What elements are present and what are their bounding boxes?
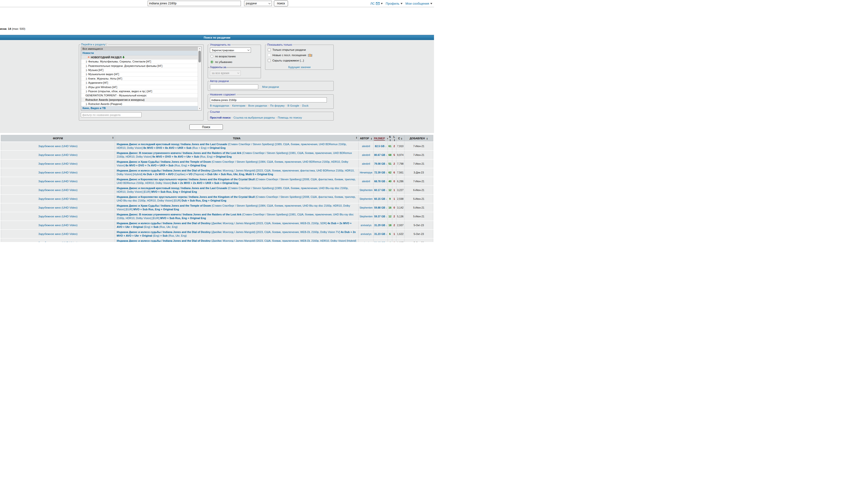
- download-link[interactable]: 68.78 GB ↓: [374, 180, 387, 183]
- search-link[interactable]: Категории: [232, 104, 245, 107]
- topic-link[interactable]: Индиана Джонс и колесо судьбы / Indiana …: [117, 239, 356, 242]
- topic-link[interactable]: Индиана Джонс и колесо судьбы / Indiana …: [117, 169, 354, 175]
- author-link[interactable]: Stephenten: [360, 215, 373, 218]
- order-desc-option[interactable]: по убыванию: [210, 61, 232, 63]
- quick-search-input[interactable]: [148, 1, 241, 6]
- download-link[interactable]: 72.39 GB ↓: [374, 171, 387, 174]
- search-link[interactable]: В Google: [287, 104, 299, 107]
- download-link[interactable]: 31.23 GB ↓: [374, 232, 387, 235]
- search-submit-button[interactable]: Поиск: [189, 124, 223, 130]
- order-asc-option[interactable]: по возрастанию: [210, 55, 236, 58]
- section-option[interactable]: |- Разное (открытки, обои, картинки, вид…: [81, 89, 198, 93]
- download-link[interactable]: 79.08 GB ↓: [374, 162, 387, 165]
- scroll-down-icon[interactable]: ▼: [198, 107, 202, 110]
- scrollbar-thumb[interactable]: [198, 51, 201, 62]
- author-link[interactable]: arxivariys: [361, 224, 371, 227]
- open-torrents-option[interactable]: Только открытые раздачи: [268, 48, 306, 51]
- author-link[interactable]: arxivariys: [361, 241, 371, 242]
- author-link[interactable]: Stephenten: [360, 189, 373, 192]
- search-link[interactable]: В подразделах: [210, 104, 229, 107]
- col-leechers[interactable]: L▲▼: [392, 135, 396, 142]
- doc-icon-wrap[interactable]: []: [308, 54, 312, 57]
- search-link[interactable]: По форуму: [270, 104, 285, 107]
- author-link[interactable]: alexbril: [362, 180, 370, 183]
- download-link[interactable]: 60.17 GB ↓: [374, 189, 387, 192]
- topic-link[interactable]: Индиана Джонс и Королевство хрустального…: [117, 178, 355, 185]
- my-messages-menu[interactable]: Мои сообщения: [405, 1, 432, 5]
- section-option[interactable]: |- Rutracker Awards (Раздачи): [81, 102, 198, 106]
- radio-unchecked-icon[interactable]: [210, 55, 213, 58]
- author-link[interactable]: Stephenten: [360, 206, 373, 209]
- author-input[interactable]: [210, 85, 258, 89]
- search-link[interactable]: Ссылка на выбранные разделы: [234, 116, 275, 119]
- section-option-newyear[interactable]: НОВОГОДНИЙ РАЗДЕЛ: [81, 55, 198, 60]
- section-option[interactable]: Rutracker Awards (мероприятия и конкурсы…: [81, 98, 198, 102]
- forum-link[interactable]: Зарубежное кино (UHD Video): [38, 189, 78, 192]
- my-torrents-link[interactable]: Мои раздачи: [262, 86, 279, 88]
- forum-link[interactable]: Зарубежное кино (UHD Video): [38, 241, 78, 242]
- download-link[interactable]: 60.15 GB ↓: [374, 197, 387, 200]
- forum-link[interactable]: Зарубежное кино (UHD Video): [38, 206, 78, 209]
- download-link[interactable]: 82.5 GB ↓: [375, 145, 386, 148]
- section-option[interactable]: Новости: [81, 51, 198, 55]
- forum-link[interactable]: Зарубежное кино (UHD Video): [38, 224, 78, 227]
- pm-link[interactable]: ЛС: [370, 2, 375, 5]
- radio-checked-icon[interactable]: [210, 61, 213, 63]
- author-link[interactable]: Нечипорук: [360, 171, 372, 174]
- download-link[interactable]: 31.18 GB ↓: [374, 241, 387, 242]
- col-tema[interactable]: ТЕМА▲▼: [115, 135, 359, 142]
- author-link[interactable]: alexbril: [362, 145, 370, 148]
- topic-link[interactable]: Индиана Джонс и колесо судьбы / Indiana …: [117, 230, 355, 237]
- forum-link[interactable]: Зарубежное кино (UHD Video): [38, 197, 78, 200]
- private-messages-menu[interactable]: ЛС: [370, 1, 383, 5]
- col-seeders[interactable]: S▲▼: [388, 135, 392, 142]
- scroll-up-icon[interactable]: ▲: [198, 47, 202, 50]
- checkbox-icon[interactable]: [268, 48, 271, 51]
- search-scope-select[interactable]: раздачи: [244, 1, 272, 6]
- topic-link[interactable]: Индиана Джонс и последний крестовый похо…: [117, 187, 348, 193]
- profile-menu[interactable]: Профиль: [386, 1, 403, 5]
- order-select[interactable]: Зарегистрирован: [210, 47, 251, 53]
- topic-link[interactable]: Индиана Джонс: В поисках утраченного ков…: [117, 152, 352, 158]
- download-link[interactable]: 59.37 GB ↓: [374, 215, 387, 218]
- forum-link[interactable]: Зарубежное кино (UHD Video): [38, 180, 78, 183]
- col-size[interactable]: РАЗМЕР▼: [374, 135, 388, 142]
- forum-link[interactable]: Зарубежное кино (UHD Video): [38, 145, 78, 148]
- search-link[interactable]: Простой поиск: [210, 116, 231, 119]
- download-link[interactable]: 80.67 GB ↓: [374, 154, 387, 156]
- section-option[interactable]: |- Музыкальное видео [НГ]: [81, 72, 198, 76]
- col-added[interactable]: ДОБАВЛЕН▲▼: [404, 135, 433, 142]
- topic-link[interactable]: Индиана Джонс и колесо судьбы / Indiana …: [117, 222, 351, 228]
- author-link[interactable]: alexbril: [362, 154, 370, 156]
- col-forum[interactable]: ФОРУМ▲▼: [1, 135, 115, 142]
- section-list-scrollbar[interactable]: ▲ ▼: [198, 47, 202, 110]
- checkbox-icon[interactable]: [268, 59, 271, 62]
- topic-link[interactable]: Индиана Джонс и Храм Судьбы / Indiana Jo…: [117, 204, 350, 211]
- section-option[interactable]: |- Игры для Windows [НГ]: [81, 85, 198, 89]
- col-completed[interactable]: C▲▼: [396, 135, 404, 142]
- section-option[interactable]: |- Аудиокниги [НГ]: [81, 81, 198, 85]
- topic-link[interactable]: Индиана Джонс и Храм Судьбы / Indiana Jo…: [117, 160, 348, 167]
- section-option[interactable]: Кино, Видео и ТВ: [81, 106, 198, 110]
- section-option[interactable]: |- Книги. Журналы. Ноты [НГ]: [81, 76, 198, 81]
- title-contains-input[interactable]: [210, 97, 327, 102]
- search-link[interactable]: Всех разделах: [248, 104, 267, 107]
- profile-link[interactable]: Профиль: [386, 2, 399, 5]
- section-option[interactable]: |- Музыка [НГ]: [81, 68, 198, 72]
- topic-link[interactable]: Индиана Джонс и последний крестовый похо…: [117, 143, 347, 149]
- section-option[interactable]: Все имеющиеся: [81, 47, 198, 51]
- forum-link[interactable]: Зарубежное кино (UHD Video): [38, 154, 78, 156]
- search-link[interactable]: Помощь по поиску: [278, 116, 302, 119]
- author-link[interactable]: Stephenten: [360, 197, 373, 200]
- col-author[interactable]: АВТОР▲▼: [359, 135, 374, 142]
- section-option[interactable]: |- Фильмы. Мультфильмы. Сериалы. Спектак…: [81, 60, 198, 64]
- download-link[interactable]: 59.88 GB ↓: [374, 206, 387, 209]
- section-option[interactable]: |- Развлекательные передачи. Документаль…: [81, 64, 198, 68]
- quick-search-button[interactable]: поиск: [274, 0, 288, 6]
- forum-link[interactable]: Зарубежное кино (UHD Video): [38, 232, 78, 235]
- section-option[interactable]: GENERATION.TORRENT - Музыкальный конкурс: [81, 93, 198, 98]
- future-downloads-link[interactable]: Будущие закачки: [265, 66, 334, 69]
- forum-link[interactable]: Зарубежное кино (UHD Video): [38, 215, 78, 218]
- topic-link[interactable]: Индиана Джонс: В поисках утраченного ков…: [117, 213, 354, 220]
- forum-link[interactable]: Зарубежное кино (UHD Video): [38, 171, 78, 174]
